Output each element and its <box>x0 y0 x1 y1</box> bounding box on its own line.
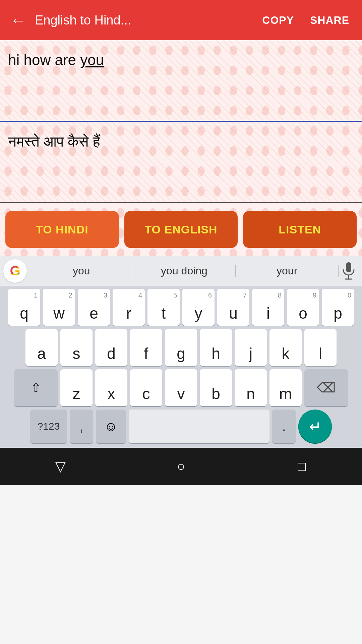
google-logo: G <box>3 259 27 283</box>
google-g-letter: G <box>10 263 20 278</box>
key-i[interactable]: 8i <box>252 289 284 326</box>
translated-text: नमस्ते आप कैसे हैं <box>8 132 354 151</box>
key-u[interactable]: 7u <box>217 289 249 326</box>
num-sym-key[interactable]: ?123 <box>30 410 67 443</box>
key-b[interactable]: b <box>200 369 232 406</box>
to-english-button[interactable]: TO ENGLISH <box>124 211 238 248</box>
to-hindi-button[interactable]: TO HINDI <box>5 211 119 248</box>
key-c[interactable]: c <box>130 369 162 406</box>
key-a[interactable]: a <box>25 329 58 366</box>
source-text: hi how are you <box>8 50 354 69</box>
svg-rect-0 <box>346 262 351 272</box>
action-buttons: TO HINDI TO ENGLISH LISTEN <box>0 203 362 256</box>
backspace-key[interactable]: ⌫ <box>304 369 348 406</box>
copy-button[interactable]: COPY <box>257 11 299 30</box>
key-f[interactable]: f <box>130 329 162 366</box>
app-bar: ← English to Hind... COPY SHARE <box>0 0 362 40</box>
key-row-2: a s d f g h j k l <box>2 329 360 366</box>
translation-area: hi how are you नमस्ते आप कैसे हैं TO HIN… <box>0 40 362 256</box>
share-button[interactable]: SHARE <box>305 11 354 30</box>
nav-bar: ▽ ○ □ <box>0 448 362 485</box>
key-w[interactable]: 2w <box>43 289 75 326</box>
key-row-3: ⇧ z x c v b n m ⌫ <box>2 369 360 406</box>
key-j[interactable]: j <box>235 329 267 366</box>
enter-key[interactable]: ↵ <box>298 410 332 443</box>
key-m[interactable]: m <box>269 369 302 406</box>
key-o[interactable]: 9o <box>287 289 319 326</box>
key-e[interactable]: 3e <box>78 289 110 326</box>
translated-text-box[interactable]: नमस्ते आप कैसे हैं <box>0 122 362 202</box>
source-text-box[interactable]: hi how are you <box>0 40 362 121</box>
listen-button[interactable]: LISTEN <box>243 211 357 248</box>
suggestion-your[interactable]: your <box>236 265 339 277</box>
backspace-icon: ⌫ <box>317 380 336 395</box>
app-title: English to Hind... <box>35 13 251 28</box>
key-l[interactable]: l <box>304 329 337 366</box>
key-y[interactable]: 6y <box>182 289 215 326</box>
key-row-1: 1q 2w 3e 4r 5t 6y 7u 8i 9o 0p <box>2 289 360 326</box>
key-k[interactable]: k <box>269 329 302 366</box>
suggestion-you[interactable]: you <box>30 265 133 277</box>
nav-recent-button[interactable]: □ <box>288 453 315 480</box>
key-v[interactable]: v <box>165 369 197 406</box>
key-p[interactable]: 0p <box>322 289 354 326</box>
key-n[interactable]: n <box>235 369 267 406</box>
suggestion-you-doing[interactable]: you doing <box>133 265 236 277</box>
key-z[interactable]: z <box>60 369 93 406</box>
key-r[interactable]: 4r <box>113 289 145 326</box>
key-x[interactable]: x <box>95 369 127 406</box>
nav-back-button[interactable]: ▽ <box>47 453 74 480</box>
key-g[interactable]: g <box>165 329 197 366</box>
emoji-key[interactable]: ☺ <box>96 410 126 443</box>
comma-key[interactable]: , <box>70 410 93 443</box>
mic-button[interactable] <box>339 262 359 280</box>
key-s[interactable]: s <box>60 329 93 366</box>
keys-area: 1q 2w 3e 4r 5t 6y 7u 8i 9o 0p a s d f g … <box>0 286 362 448</box>
key-q[interactable]: 1q <box>8 289 40 326</box>
suggestions-row: G you you doing your <box>0 256 362 286</box>
key-d[interactable]: d <box>95 329 127 366</box>
back-button[interactable]: ← <box>8 11 28 30</box>
key-h[interactable]: h <box>200 329 232 366</box>
nav-home-button[interactable]: ○ <box>168 453 194 480</box>
space-key[interactable] <box>129 410 269 443</box>
key-t[interactable]: 5t <box>147 289 180 326</box>
period-key[interactable]: . <box>272 410 296 443</box>
enter-icon: ↵ <box>309 418 321 435</box>
keyboard: G you you doing your 1q 2w 3e 4r 5t 6y 7… <box>0 256 362 448</box>
shift-key[interactable]: ⇧ <box>14 369 58 406</box>
key-row-bottom: ?123 , ☺ . ↵ <box>2 410 360 443</box>
